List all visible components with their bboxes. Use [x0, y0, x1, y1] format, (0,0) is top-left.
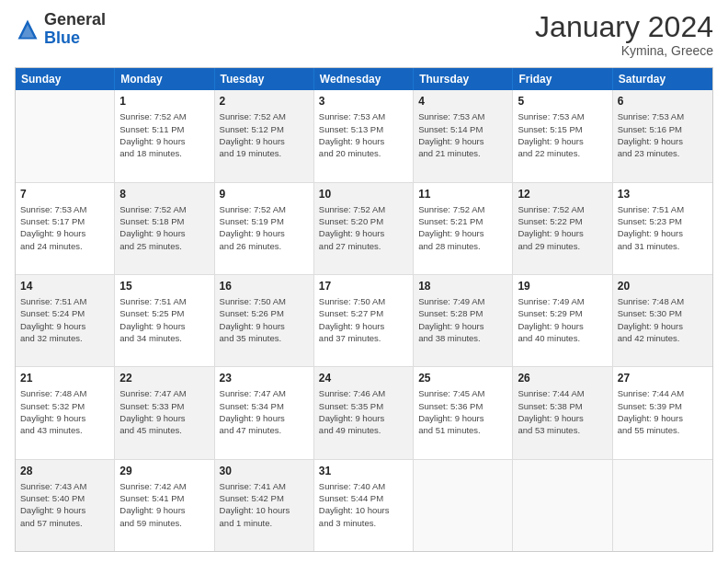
main-title: January 2024 — [535, 11, 713, 43]
calendar-cell: 10Sunrise: 7:52 AMSunset: 5:20 PMDayligh… — [314, 183, 414, 274]
cal-header-thursday: Thursday — [414, 68, 513, 90]
calendar-cell: 15Sunrise: 7:51 AMSunset: 5:25 PMDayligh… — [115, 275, 214, 366]
cell-sun-info: Sunrise: 7:49 AMSunset: 5:29 PMDaylight:… — [518, 295, 607, 344]
day-number: 31 — [319, 464, 408, 478]
calendar-cell: 29Sunrise: 7:42 AMSunset: 5:41 PMDayligh… — [115, 460, 214, 551]
cell-sun-info: Sunrise: 7:52 AMSunset: 5:19 PMDaylight:… — [220, 203, 309, 252]
cal-header-friday: Friday — [513, 68, 612, 90]
calendar-cell: 31Sunrise: 7:40 AMSunset: 5:44 PMDayligh… — [314, 460, 414, 551]
cell-sun-info: Sunrise: 7:50 AMSunset: 5:27 PMDaylight:… — [319, 295, 408, 344]
day-number: 2 — [220, 94, 309, 109]
calendar-cell: 3Sunrise: 7:53 AMSunset: 5:13 PMDaylight… — [314, 90, 414, 181]
day-number: 16 — [220, 279, 309, 293]
header: General Blue January 2024 Kymina, Greece — [15, 11, 713, 58]
calendar-cell — [513, 460, 612, 551]
day-number: 1 — [119, 94, 209, 109]
cell-sun-info: Sunrise: 7:52 AMSunset: 5:12 PMDaylight:… — [220, 110, 309, 159]
calendar-week-3: 14Sunrise: 7:51 AMSunset: 5:24 PMDayligh… — [16, 275, 712, 367]
day-number: 10 — [319, 187, 408, 201]
day-number: 25 — [418, 371, 507, 385]
title-block: January 2024 Kymina, Greece — [535, 11, 713, 58]
day-number: 8 — [119, 187, 209, 201]
day-number: 23 — [220, 371, 309, 385]
calendar-cell: 24Sunrise: 7:46 AMSunset: 5:35 PMDayligh… — [314, 367, 414, 458]
cell-sun-info: Sunrise: 7:47 AMSunset: 5:34 PMDaylight:… — [220, 387, 309, 436]
cell-sun-info: Sunrise: 7:47 AMSunset: 5:33 PMDaylight:… — [119, 387, 209, 436]
cal-header-wednesday: Wednesday — [314, 68, 414, 90]
calendar-cell: 6Sunrise: 7:53 AMSunset: 5:16 PMDaylight… — [613, 90, 712, 181]
cell-sun-info: Sunrise: 7:53 AMSunset: 5:16 PMDaylight:… — [618, 110, 708, 159]
calendar: SundayMondayTuesdayWednesdayThursdayFrid… — [15, 67, 713, 552]
day-number: 13 — [618, 187, 708, 201]
calendar-cell: 12Sunrise: 7:52 AMSunset: 5:22 PMDayligh… — [513, 183, 612, 274]
cell-sun-info: Sunrise: 7:52 AMSunset: 5:11 PMDaylight:… — [119, 110, 209, 159]
page: General Blue January 2024 Kymina, Greece… — [0, 0, 728, 563]
calendar-cell: 19Sunrise: 7:49 AMSunset: 5:29 PMDayligh… — [513, 275, 612, 366]
cell-sun-info: Sunrise: 7:48 AMSunset: 5:32 PMDaylight:… — [20, 387, 109, 436]
cal-header-monday: Monday — [115, 68, 214, 90]
day-number: 28 — [20, 464, 109, 478]
cell-sun-info: Sunrise: 7:44 AMSunset: 5:39 PMDaylight:… — [618, 387, 708, 436]
cell-sun-info: Sunrise: 7:48 AMSunset: 5:30 PMDaylight:… — [618, 295, 708, 344]
day-number: 21 — [20, 371, 109, 385]
logo-text: General Blue — [44, 11, 106, 48]
subtitle: Kymina, Greece — [535, 43, 713, 58]
day-number: 20 — [618, 279, 708, 293]
calendar-cell: 18Sunrise: 7:49 AMSunset: 5:28 PMDayligh… — [414, 275, 513, 366]
calendar-cell: 13Sunrise: 7:51 AMSunset: 5:23 PMDayligh… — [613, 183, 712, 274]
calendar-cell — [414, 460, 513, 551]
cell-sun-info: Sunrise: 7:51 AMSunset: 5:23 PMDaylight:… — [618, 203, 708, 252]
day-number: 27 — [618, 371, 708, 385]
day-number: 17 — [319, 279, 408, 293]
calendar-cell: 20Sunrise: 7:48 AMSunset: 5:30 PMDayligh… — [613, 275, 712, 366]
calendar-body: 1Sunrise: 7:52 AMSunset: 5:11 PMDaylight… — [16, 90, 712, 551]
day-number: 14 — [20, 279, 109, 293]
day-number: 4 — [418, 94, 507, 109]
day-number: 9 — [220, 187, 309, 201]
day-number: 26 — [518, 371, 607, 385]
cell-sun-info: Sunrise: 7:51 AMSunset: 5:24 PMDaylight:… — [20, 295, 109, 344]
cell-sun-info: Sunrise: 7:45 AMSunset: 5:36 PMDaylight:… — [418, 387, 507, 436]
calendar-week-1: 1Sunrise: 7:52 AMSunset: 5:11 PMDaylight… — [16, 90, 712, 182]
day-number: 29 — [119, 464, 209, 478]
calendar-cell: 16Sunrise: 7:50 AMSunset: 5:26 PMDayligh… — [215, 275, 314, 366]
calendar-cell: 1Sunrise: 7:52 AMSunset: 5:11 PMDaylight… — [115, 90, 214, 181]
calendar-cell: 22Sunrise: 7:47 AMSunset: 5:33 PMDayligh… — [115, 367, 214, 458]
cal-header-sunday: Sunday — [16, 68, 115, 90]
day-number: 22 — [119, 371, 209, 385]
cal-header-saturday: Saturday — [613, 68, 712, 90]
calendar-cell: 25Sunrise: 7:45 AMSunset: 5:36 PMDayligh… — [414, 367, 513, 458]
logo-icon — [15, 17, 40, 42]
cell-sun-info: Sunrise: 7:50 AMSunset: 5:26 PMDaylight:… — [220, 295, 309, 344]
calendar-header-row: SundayMondayTuesdayWednesdayThursdayFrid… — [16, 68, 712, 90]
cell-sun-info: Sunrise: 7:52 AMSunset: 5:18 PMDaylight:… — [119, 203, 209, 252]
calendar-cell: 8Sunrise: 7:52 AMSunset: 5:18 PMDaylight… — [115, 183, 214, 274]
day-number: 7 — [20, 187, 109, 201]
cell-sun-info: Sunrise: 7:49 AMSunset: 5:28 PMDaylight:… — [418, 295, 507, 344]
cell-sun-info: Sunrise: 7:41 AMSunset: 5:42 PMDaylight:… — [220, 480, 309, 529]
calendar-cell: 7Sunrise: 7:53 AMSunset: 5:17 PMDaylight… — [16, 183, 115, 274]
calendar-week-5: 28Sunrise: 7:43 AMSunset: 5:40 PMDayligh… — [16, 460, 712, 551]
calendar-cell: 5Sunrise: 7:53 AMSunset: 5:15 PMDaylight… — [513, 90, 612, 181]
day-number: 3 — [319, 94, 408, 109]
day-number: 11 — [418, 187, 507, 201]
cell-sun-info: Sunrise: 7:43 AMSunset: 5:40 PMDaylight:… — [20, 480, 109, 529]
day-number: 18 — [418, 279, 507, 293]
cell-sun-info: Sunrise: 7:42 AMSunset: 5:41 PMDaylight:… — [119, 480, 209, 529]
day-number: 5 — [518, 94, 607, 109]
calendar-cell: 30Sunrise: 7:41 AMSunset: 5:42 PMDayligh… — [215, 460, 314, 551]
calendar-cell — [16, 90, 115, 181]
calendar-cell: 14Sunrise: 7:51 AMSunset: 5:24 PMDayligh… — [16, 275, 115, 366]
calendar-week-2: 7Sunrise: 7:53 AMSunset: 5:17 PMDaylight… — [16, 183, 712, 275]
calendar-cell: 23Sunrise: 7:47 AMSunset: 5:34 PMDayligh… — [215, 367, 314, 458]
cell-sun-info: Sunrise: 7:52 AMSunset: 5:20 PMDaylight:… — [319, 203, 408, 252]
cell-sun-info: Sunrise: 7:51 AMSunset: 5:25 PMDaylight:… — [119, 295, 209, 344]
calendar-cell: 26Sunrise: 7:44 AMSunset: 5:38 PMDayligh… — [513, 367, 612, 458]
day-number: 12 — [518, 187, 607, 201]
calendar-week-4: 21Sunrise: 7:48 AMSunset: 5:32 PMDayligh… — [16, 367, 712, 459]
calendar-cell: 11Sunrise: 7:52 AMSunset: 5:21 PMDayligh… — [414, 183, 513, 274]
calendar-cell: 17Sunrise: 7:50 AMSunset: 5:27 PMDayligh… — [314, 275, 414, 366]
day-number: 15 — [119, 279, 209, 293]
calendar-cell: 28Sunrise: 7:43 AMSunset: 5:40 PMDayligh… — [16, 460, 115, 551]
cell-sun-info: Sunrise: 7:40 AMSunset: 5:44 PMDaylight:… — [319, 480, 408, 529]
